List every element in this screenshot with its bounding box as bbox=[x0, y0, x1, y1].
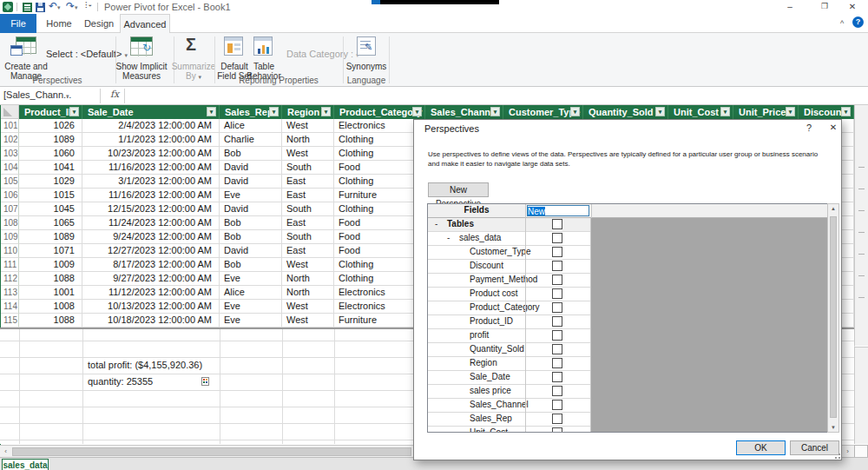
grid-cell[interactable]: 1045 bbox=[19, 202, 82, 216]
minimize-button[interactable]: – bbox=[778, 0, 802, 14]
grid-cell[interactable]: 12/27/2023 12:00:00 AM bbox=[82, 244, 220, 258]
grid-cell[interactable]: 1088 bbox=[19, 314, 82, 328]
field-row-profit[interactable]: profit bbox=[428, 329, 591, 343]
grid-cell[interactable]: 1009 bbox=[19, 258, 82, 272]
filter-dropdown-icon[interactable]: ▾ bbox=[490, 107, 500, 116]
row-number[interactable]: 101 bbox=[1, 119, 19, 133]
filter-dropdown-icon[interactable]: ▾ bbox=[720, 107, 730, 116]
vertical-scrollbar-measures[interactable]: ▲ bbox=[854, 347, 868, 444]
ribbon-collapse-icon[interactable]: ^ bbox=[840, 19, 844, 28]
grid-cell[interactable]: Eve bbox=[220, 189, 282, 202]
field-checkbox[interactable] bbox=[552, 386, 562, 396]
field-row-sales-rep[interactable]: Sales_Rep bbox=[428, 413, 591, 427]
tab-file[interactable]: File bbox=[0, 14, 36, 33]
column-header-unit_price[interactable]: Unit_Price▾ bbox=[733, 105, 799, 119]
row-number[interactable]: 102 bbox=[1, 133, 19, 147]
grid-cell[interactable]: Eve bbox=[220, 300, 282, 314]
grid-cell[interactable]: 1089 bbox=[19, 133, 82, 147]
grid-cell[interactable]: West bbox=[282, 300, 334, 314]
grid-cell[interactable]: West bbox=[282, 314, 334, 328]
grid-cell[interactable]: Alice bbox=[220, 119, 282, 133]
field-checkbox[interactable] bbox=[552, 316, 562, 327]
dialog-help-icon[interactable]: ? bbox=[803, 122, 815, 135]
tree-collapse-icon[interactable]: - bbox=[435, 219, 437, 228]
grid-cell[interactable]: Eve bbox=[220, 314, 282, 328]
redo-icon[interactable]: ↷▾ bbox=[66, 0, 78, 12]
filter-dropdown-icon[interactable]: ▾ bbox=[655, 107, 665, 116]
sheet-tab-sales-data[interactable]: sales_data bbox=[2, 459, 49, 470]
grid-cell[interactable]: Food bbox=[334, 230, 425, 244]
row-number[interactable]: 109 bbox=[1, 230, 19, 244]
grid-cell[interactable]: Alice bbox=[220, 286, 282, 300]
grid-cell[interactable]: 8/17/2023 12:00:00 AM bbox=[82, 258, 220, 272]
filter-dropdown-icon[interactable]: ▾ bbox=[841, 107, 851, 116]
grid-cell[interactable]: East bbox=[282, 216, 334, 230]
formula-input[interactable] bbox=[125, 87, 868, 104]
qat-customize-icon[interactable]: ᎒▾ bbox=[84, 1, 92, 10]
field-checkbox[interactable] bbox=[552, 219, 562, 229]
grid-cell[interactable]: Electronics bbox=[334, 119, 425, 133]
field-checkbox[interactable] bbox=[552, 427, 562, 433]
grid-cell[interactable]: 3/1/2023 12:00:00 AM bbox=[82, 175, 220, 189]
select-all-corner[interactable] bbox=[1, 105, 19, 119]
field-row-customer-type[interactable]: Customer_Type bbox=[428, 246, 591, 260]
row-number[interactable]: 106 bbox=[1, 189, 19, 202]
grid-cell[interactable]: 1041 bbox=[19, 161, 82, 175]
column-header-sale_date[interactable]: Sale_Date▾ bbox=[82, 105, 220, 119]
show-implicit-measures-button[interactable]: ↻ bbox=[130, 36, 155, 57]
field-row-sale-date[interactable]: Sale_Date bbox=[428, 371, 591, 385]
grid-cell[interactable]: East bbox=[282, 189, 334, 202]
filter-dropdown-icon[interactable]: ▾ bbox=[570, 107, 580, 116]
row-number[interactable]: 111 bbox=[1, 258, 19, 272]
grid-cell[interactable]: Bob bbox=[220, 147, 282, 161]
row-number[interactable]: 105 bbox=[1, 175, 19, 189]
grid-cell[interactable]: North bbox=[282, 286, 334, 300]
field-row-quantity-sold[interactable]: Quantity_Sold bbox=[428, 343, 591, 357]
field-row-product-cost[interactable]: Product cost bbox=[428, 288, 591, 301]
measure-options-icon[interactable] bbox=[201, 377, 209, 386]
grid-cell[interactable]: 11/12/2023 12:00:00 AM bbox=[82, 286, 220, 300]
grid-cell[interactable]: West bbox=[282, 258, 334, 272]
grid-cell[interactable]: 1060 bbox=[19, 147, 82, 161]
field-row-region[interactable]: Region bbox=[428, 357, 591, 371]
save-icon[interactable] bbox=[36, 3, 45, 12]
field-checkbox[interactable] bbox=[552, 358, 562, 368]
grid-cell[interactable]: Electronics bbox=[334, 286, 425, 300]
grid-cell[interactable]: 11/24/2023 12:00:00 AM bbox=[82, 216, 220, 230]
grid-cell[interactable]: South bbox=[282, 161, 334, 175]
grid-cell[interactable]: South bbox=[282, 230, 334, 244]
column-header-region[interactable]: Region▾ bbox=[282, 105, 334, 119]
grid-cell[interactable]: 11/16/2023 12:00:00 AM bbox=[82, 189, 220, 202]
dialog-fields-scrollbar[interactable]: ▲ ▼ bbox=[827, 203, 839, 433]
cancel-button[interactable]: Cancel bbox=[790, 440, 839, 455]
grid-cell[interactable]: David bbox=[220, 244, 282, 258]
grid-cell[interactable]: Bob bbox=[220, 216, 282, 230]
grid-cell[interactable]: Furniture bbox=[334, 314, 425, 328]
column-header-customer_type[interactable]: Customer_Type▾ bbox=[503, 105, 583, 119]
grid-cell[interactable]: 10/18/2023 12:00:00 AM bbox=[82, 314, 220, 328]
row-number[interactable]: 104 bbox=[1, 161, 19, 175]
scroll-left-icon[interactable]: ‹ bbox=[0, 447, 11, 457]
grid-cell[interactable]: Food bbox=[334, 216, 425, 230]
field-checkbox[interactable] bbox=[552, 344, 562, 354]
field-checkbox[interactable] bbox=[552, 233, 562, 243]
column-header-sales_channel[interactable]: Sales_Channel▾ bbox=[425, 105, 503, 119]
grid-cell[interactable]: Clothing bbox=[334, 133, 425, 147]
field-row-unit-cost[interactable]: Unit_Cost bbox=[428, 427, 591, 433]
grid-cell[interactable]: 1029 bbox=[19, 175, 82, 189]
grid-cell[interactable]: East bbox=[282, 175, 334, 189]
column-header-quantity_sold[interactable]: Quantity_Sold▾ bbox=[583, 105, 668, 119]
undo-icon[interactable]: ↶▾ bbox=[49, 0, 61, 12]
field-row-sales-data[interactable]: -sales_data bbox=[428, 232, 591, 246]
field-row-sales-channel[interactable]: Sales_Channel bbox=[428, 399, 591, 413]
dialog-scroll-down-icon[interactable]: ▼ bbox=[828, 425, 838, 430]
filter-dropdown-icon[interactable]: ▾ bbox=[269, 107, 279, 116]
close-button[interactable]: ✕ bbox=[840, 0, 865, 14]
field-row-sales-price[interactable]: sales price bbox=[428, 385, 591, 399]
grid-cell[interactable]: Charlie bbox=[220, 133, 282, 147]
excel-icon[interactable] bbox=[23, 3, 32, 12]
dialog-scrollbar-thumb[interactable] bbox=[830, 216, 837, 418]
row-number[interactable]: 103 bbox=[1, 147, 19, 161]
tab-home[interactable]: Home bbox=[40, 14, 78, 33]
row-number[interactable]: 112 bbox=[1, 272, 19, 286]
